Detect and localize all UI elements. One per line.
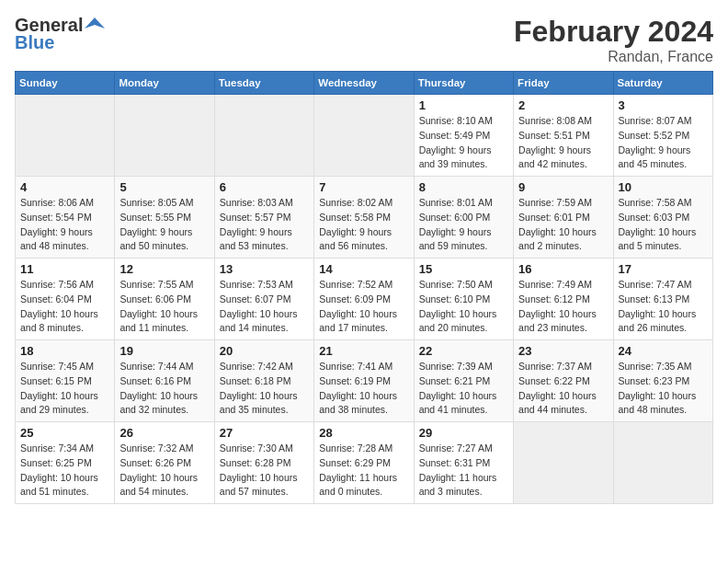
day-info: Sunrise: 7:42 AMSunset: 6:18 PMDaylight:… (220, 360, 309, 418)
day-number: 29 (419, 426, 508, 440)
day-number: 7 (319, 180, 408, 194)
day-number: 8 (419, 180, 508, 194)
week-row-1: 1Sunrise: 8:10 AMSunset: 5:49 PMDaylight… (16, 95, 713, 177)
day-info: Sunrise: 7:50 AMSunset: 6:10 PMDaylight:… (419, 278, 508, 336)
calendar-cell: 18Sunrise: 7:45 AMSunset: 6:15 PMDayligh… (16, 340, 115, 422)
day-info: Sunrise: 7:55 AMSunset: 6:06 PMDaylight:… (119, 278, 209, 336)
logo: General Blue (15, 15, 105, 53)
calendar-cell: 2Sunrise: 8:08 AMSunset: 5:51 PMDaylight… (514, 95, 613, 177)
calendar-cell (115, 95, 214, 177)
calendar-cell: 20Sunrise: 7:42 AMSunset: 6:18 PMDayligh… (214, 340, 313, 422)
day-number: 2 (518, 98, 608, 112)
day-number: 4 (20, 180, 109, 194)
calendar-cell: 28Sunrise: 7:28 AMSunset: 6:29 PMDayligh… (314, 422, 414, 504)
calendar-cell: 15Sunrise: 7:50 AMSunset: 6:10 PMDayligh… (414, 259, 513, 340)
calendar-cell: 12Sunrise: 7:55 AMSunset: 6:06 PMDayligh… (115, 259, 214, 340)
day-info: Sunrise: 7:37 AMSunset: 6:22 PMDaylight:… (518, 360, 608, 418)
day-info: Sunrise: 7:53 AMSunset: 6:07 PMDaylight:… (220, 278, 309, 336)
day-info: Sunrise: 7:52 AMSunset: 6:09 PMDaylight:… (319, 278, 408, 336)
day-number: 15 (419, 262, 508, 276)
calendar-cell: 10Sunrise: 7:58 AMSunset: 6:03 PMDayligh… (613, 177, 712, 259)
day-number: 13 (220, 262, 309, 276)
calendar-cell: 14Sunrise: 7:52 AMSunset: 6:09 PMDayligh… (314, 259, 414, 340)
day-number: 5 (119, 180, 209, 194)
calendar-cell (613, 422, 712, 504)
day-info: Sunrise: 7:39 AMSunset: 6:21 PMDaylight:… (419, 360, 508, 418)
svg-marker-0 (85, 17, 105, 29)
day-info: Sunrise: 8:01 AMSunset: 6:00 PMDaylight:… (419, 196, 508, 254)
day-number: 11 (20, 262, 109, 276)
weekday-header-monday: Monday (115, 72, 214, 95)
day-number: 10 (619, 180, 708, 194)
calendar-cell: 24Sunrise: 7:35 AMSunset: 6:23 PMDayligh… (613, 340, 712, 422)
calendar-cell: 26Sunrise: 7:32 AMSunset: 6:26 PMDayligh… (115, 422, 214, 504)
calendar-cell: 16Sunrise: 7:49 AMSunset: 6:12 PMDayligh… (514, 259, 613, 340)
calendar-cell: 7Sunrise: 8:02 AMSunset: 5:58 PMDaylight… (314, 177, 414, 259)
day-info: Sunrise: 8:07 AMSunset: 5:52 PMDaylight:… (619, 114, 708, 172)
calendar-cell: 4Sunrise: 8:06 AMSunset: 5:54 PMDaylight… (16, 177, 115, 259)
day-number: 12 (119, 262, 209, 276)
day-info: Sunrise: 7:56 AMSunset: 6:04 PMDaylight:… (20, 278, 109, 336)
calendar-cell: 1Sunrise: 8:10 AMSunset: 5:49 PMDaylight… (414, 95, 513, 177)
day-info: Sunrise: 7:58 AMSunset: 6:03 PMDaylight:… (619, 196, 708, 254)
calendar-cell: 8Sunrise: 8:01 AMSunset: 6:00 PMDaylight… (414, 177, 513, 259)
weekday-header-wednesday: Wednesday (314, 72, 414, 95)
weekday-header-tuesday: Tuesday (214, 72, 313, 95)
day-number: 6 (220, 180, 309, 194)
day-number: 16 (518, 262, 608, 276)
weekday-header-row: SundayMondayTuesdayWednesdayThursdayFrid… (16, 72, 713, 95)
day-number: 20 (220, 344, 309, 358)
day-info: Sunrise: 7:59 AMSunset: 6:01 PMDaylight:… (518, 196, 608, 254)
calendar-cell (16, 95, 115, 177)
calendar-cell: 9Sunrise: 7:59 AMSunset: 6:01 PMDaylight… (514, 177, 613, 259)
day-number: 27 (220, 426, 309, 440)
title-block: February 2024 Randan, France (514, 15, 713, 65)
week-row-5: 25Sunrise: 7:34 AMSunset: 6:25 PMDayligh… (16, 422, 713, 504)
day-info: Sunrise: 7:28 AMSunset: 6:29 PMDaylight:… (319, 442, 408, 500)
day-info: Sunrise: 8:05 AMSunset: 5:55 PMDaylight:… (119, 196, 209, 254)
day-info: Sunrise: 7:41 AMSunset: 6:19 PMDaylight:… (319, 360, 408, 418)
day-number: 9 (518, 180, 608, 194)
calendar-cell: 22Sunrise: 7:39 AMSunset: 6:21 PMDayligh… (414, 340, 513, 422)
calendar-subtitle: Randan, France (514, 49, 713, 65)
calendar-cell: 13Sunrise: 7:53 AMSunset: 6:07 PMDayligh… (214, 259, 313, 340)
calendar-table: SundayMondayTuesdayWednesdayThursdayFrid… (15, 71, 713, 504)
day-number: 17 (619, 262, 708, 276)
day-number: 21 (319, 344, 408, 358)
day-info: Sunrise: 7:32 AMSunset: 6:26 PMDaylight:… (119, 442, 209, 500)
calendar-cell: 11Sunrise: 7:56 AMSunset: 6:04 PMDayligh… (16, 259, 115, 340)
day-info: Sunrise: 8:03 AMSunset: 5:57 PMDaylight:… (220, 196, 309, 254)
logo-bird-icon (85, 16, 105, 36)
calendar-cell (514, 422, 613, 504)
weekday-header-thursday: Thursday (414, 72, 513, 95)
calendar-cell (314, 95, 414, 177)
day-number: 1 (419, 98, 508, 112)
day-info: Sunrise: 7:45 AMSunset: 6:15 PMDaylight:… (20, 360, 109, 418)
day-number: 28 (319, 426, 408, 440)
day-number: 19 (119, 344, 209, 358)
day-info: Sunrise: 7:34 AMSunset: 6:25 PMDaylight:… (20, 442, 109, 500)
weekday-header-friday: Friday (514, 72, 613, 95)
day-info: Sunrise: 7:27 AMSunset: 6:31 PMDaylight:… (419, 442, 508, 500)
day-info: Sunrise: 8:10 AMSunset: 5:49 PMDaylight:… (419, 114, 508, 172)
calendar-cell: 3Sunrise: 8:07 AMSunset: 5:52 PMDaylight… (613, 95, 712, 177)
calendar-cell: 23Sunrise: 7:37 AMSunset: 6:22 PMDayligh… (514, 340, 613, 422)
day-number: 26 (119, 426, 209, 440)
calendar-cell: 29Sunrise: 7:27 AMSunset: 6:31 PMDayligh… (414, 422, 513, 504)
calendar-cell: 19Sunrise: 7:44 AMSunset: 6:16 PMDayligh… (115, 340, 214, 422)
calendar-title: February 2024 (514, 15, 713, 49)
day-number: 3 (619, 98, 708, 112)
day-number: 14 (319, 262, 408, 276)
day-info: Sunrise: 7:30 AMSunset: 6:28 PMDaylight:… (220, 442, 309, 500)
weekday-header-sunday: Sunday (16, 72, 115, 95)
calendar-cell: 25Sunrise: 7:34 AMSunset: 6:25 PMDayligh… (16, 422, 115, 504)
week-row-3: 11Sunrise: 7:56 AMSunset: 6:04 PMDayligh… (16, 259, 713, 340)
calendar-cell: 6Sunrise: 8:03 AMSunset: 5:57 PMDaylight… (214, 177, 313, 259)
day-number: 23 (518, 344, 608, 358)
day-number: 18 (20, 344, 109, 358)
day-info: Sunrise: 7:44 AMSunset: 6:16 PMDaylight:… (119, 360, 209, 418)
calendar-cell: 21Sunrise: 7:41 AMSunset: 6:19 PMDayligh… (314, 340, 414, 422)
day-info: Sunrise: 7:49 AMSunset: 6:12 PMDaylight:… (518, 278, 608, 336)
calendar-cell: 17Sunrise: 7:47 AMSunset: 6:13 PMDayligh… (613, 259, 712, 340)
day-info: Sunrise: 7:47 AMSunset: 6:13 PMDaylight:… (619, 278, 708, 336)
